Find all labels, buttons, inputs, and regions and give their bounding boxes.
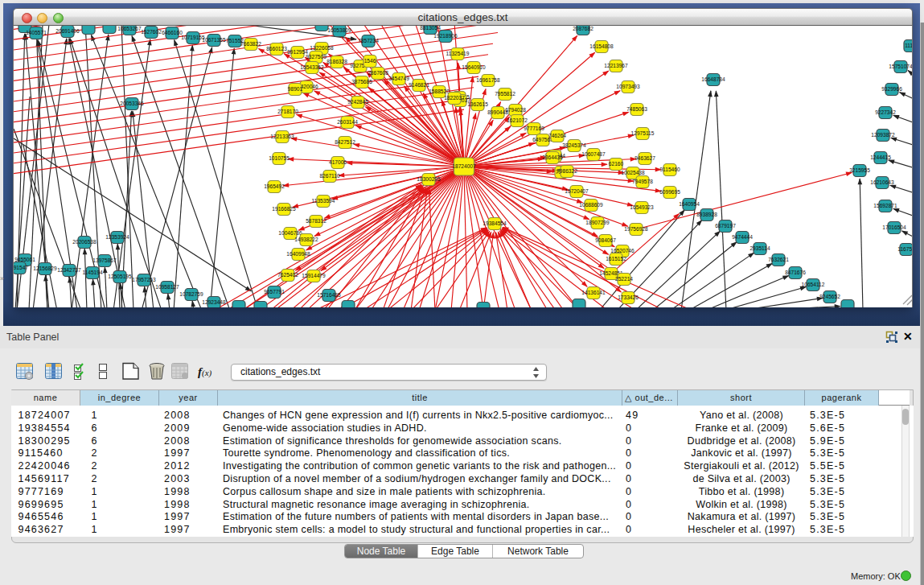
svg-text:16053809: 16053809 [327,27,351,33]
svg-text:15716485: 15716485 [317,292,341,298]
svg-text:10973493: 10973493 [616,84,640,89]
svg-text:98901: 98901 [288,86,303,92]
svg-text:1362615: 1362615 [467,101,488,107]
svg-text:10025438: 10025438 [621,170,645,175]
svg-text:10958127: 10958127 [155,284,179,290]
svg-text:16210643: 16210643 [870,179,894,185]
svg-text:10046786: 10046786 [278,230,302,236]
svg-text:14136141: 14136141 [581,290,606,295]
svg-text:1527602: 1527602 [141,29,162,35]
svg-text:19384554: 19384554 [483,220,507,226]
svg-text:6099695: 6099695 [659,189,680,195]
svg-text:10607487: 10607487 [581,151,606,157]
svg-text:11353594: 11353594 [312,198,335,204]
svg-text:19166825: 19166825 [272,206,296,212]
svg-text:1621072: 1621072 [507,117,528,123]
svg-text:5878312: 5878312 [306,218,326,224]
svg-text:746264: 746264 [548,133,566,138]
svg-text:17016504: 17016504 [882,225,906,230]
svg-text:8267110: 8267110 [319,173,340,179]
svg-text:15720407: 15720407 [565,188,589,194]
svg-text:2718170: 2718170 [277,109,298,114]
svg-text:9463627: 9463627 [634,155,655,161]
svg-text:6466160: 6466160 [162,30,183,35]
svg-text:16549323: 16549323 [630,204,654,210]
svg-text:7663822: 7663822 [240,41,261,47]
svg-text:9115460: 9115460 [659,167,680,172]
svg-text:12975115: 12975115 [631,130,655,136]
svg-text:10653267: 10653267 [117,26,142,31]
svg-text:9245652: 9245652 [819,294,840,299]
svg-text:20053346: 20053346 [120,101,144,106]
svg-text:10671355: 10671355 [202,37,226,43]
svg-text:1546: 1546 [364,58,376,64]
svg-text:(x): (x) [202,368,212,378]
svg-text:12342737: 12342737 [57,267,81,273]
svg-text:16961758: 16961758 [476,77,500,83]
svg-text:15751074: 15751074 [889,64,913,69]
svg-text:13975867: 13975867 [92,257,117,263]
svg-text:2935114: 2935114 [749,245,770,251]
svg-text:12156829: 12156829 [33,266,57,271]
svg-text:16543362: 16543362 [300,64,324,70]
svg-text:7949578: 7949578 [632,179,653,184]
svg-text:12923448: 12923448 [202,299,226,305]
svg-text:1244415: 1244415 [870,154,891,160]
svg-text:3454749: 3454749 [388,76,409,81]
svg-text:1822037: 1822037 [444,95,465,101]
svg-text:7955812: 7955812 [495,91,515,97]
svg-text:6879197: 6879197 [715,223,736,229]
svg-text:16648784: 16648784 [701,76,725,82]
svg-text:1640954: 1640954 [679,201,700,207]
svg-text:16154808: 16154808 [589,43,614,49]
svg-text:7857234: 7857234 [358,38,379,43]
svg-text:2603144: 2603144 [337,119,358,125]
svg-text:9084067: 9084067 [595,237,616,243]
svg-text:15640910: 15640910 [462,64,486,70]
svg-text:12505195: 12505195 [108,274,132,279]
svg-text:9657791: 9657791 [264,289,285,295]
svg-text:3875685: 3875685 [351,79,372,84]
svg-text:116753: 116753 [897,246,913,252]
svg-text:7485063: 7485063 [626,106,647,112]
svg-text:7986322: 7986322 [556,168,577,174]
svg-text:18907299: 18907299 [585,220,610,225]
svg-text:20206538: 20206538 [72,239,97,245]
svg-text:1588520: 1588520 [429,89,450,94]
svg-text:19756928: 19756928 [624,226,648,232]
svg-text:20691406: 20691406 [55,28,80,34]
svg-text:8186328: 8186328 [326,59,347,64]
svg-text:1010755: 1010755 [269,155,290,161]
svg-text:12213967: 12213967 [604,63,628,68]
svg-text:1145194: 1145194 [82,270,103,275]
svg-text:1405571: 1405571 [26,30,47,35]
svg-text:9327509: 9327509 [306,54,326,60]
svg-text:1117: 1117 [905,43,913,48]
svg-text:1615152: 1615152 [606,256,626,262]
svg-text:9227342: 9227342 [875,109,896,115]
svg-text:9329966: 9329966 [881,86,902,92]
svg-text:9242845: 9242845 [347,99,368,105]
svg-text:38245374: 38245374 [562,142,586,148]
svg-text:7632621: 7632621 [768,257,789,262]
svg-text:15914479: 15914479 [302,273,326,278]
svg-text:18300295: 18300295 [417,176,441,182]
svg-text:17957253: 17957253 [132,277,156,282]
svg-text:13226058: 13226058 [310,45,334,51]
svg-text:2867608: 2867608 [368,70,388,76]
svg-text:12353924: 12353924 [105,234,129,240]
svg-text:15692871: 15692871 [873,203,897,208]
svg-text:9146821: 9146821 [409,82,429,88]
svg-text:2087682: 2087682 [573,26,593,31]
svg-text:18724007: 18724007 [452,163,476,169]
svg-text:9474444: 9474444 [732,234,753,240]
svg-text:3215955: 3215955 [849,167,870,173]
svg-text:8427512: 8427512 [335,139,355,145]
svg-text:10654112: 10654112 [802,282,825,287]
svg-text:19218906: 19218906 [433,33,458,39]
svg-text:1733426: 1733426 [618,295,639,300]
svg-text:8938928: 8938928 [696,212,717,217]
svg-text:10782759: 10782759 [179,291,203,297]
svg-text:6794028: 6794028 [505,107,526,113]
svg-text:10688609: 10688609 [579,202,603,208]
